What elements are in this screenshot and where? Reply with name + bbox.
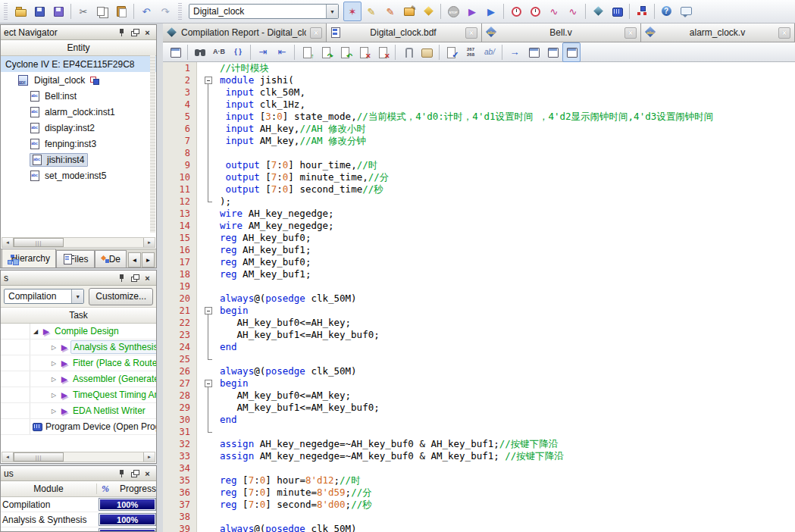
task-row-program-device-open-program[interactable]: Program Device (Open Program: [1, 419, 156, 435]
window-full-button[interactable]: [524, 42, 543, 62]
close-icon[interactable]: ×: [624, 27, 637, 39]
entity-row-bell-inst[interactable]: Bell:inst: [1, 88, 156, 104]
code-line[interactable]: 26always@(posedge clk_50M): [163, 365, 795, 377]
next-bookmark-button[interactable]: ↷: [317, 42, 335, 62]
task-row-timequest-timing-analysis[interactable]: ▷▶TimeQuest Timing Analysis: [1, 387, 156, 403]
system-messages-button[interactable]: [677, 2, 695, 21]
float-icon[interactable]: [129, 468, 140, 479]
start-compilation-button[interactable]: ▶: [463, 2, 481, 21]
matching-brace-button[interactable]: { }: [229, 42, 247, 62]
entity-horizontal-scrollbar[interactable]: ◄ ||| ►: [2, 237, 155, 248]
waveform-editor-button[interactable]: ∿: [545, 2, 563, 21]
code-line[interactable]: 29 AM_key_buf1<=AM_key_buf0;: [163, 402, 795, 414]
entity-row-set-mode-inst5[interactable]: set_mode:inst5: [1, 167, 156, 183]
code-line[interactable]: 37reg [7:0] second=8'd00;//秒: [163, 499, 795, 511]
code-line[interactable]: 10 output [7:0] minute_time,//分: [163, 171, 795, 183]
macro-scroll-button[interactable]: [418, 42, 436, 62]
code-line[interactable]: 16reg AH_key_buf1;: [163, 244, 795, 256]
project-combo[interactable]: Digital_clock ▼: [189, 4, 339, 19]
undo-button[interactable]: ↶: [137, 2, 155, 21]
scroll-right-icon[interactable]: ►: [143, 452, 155, 462]
task-row-fitter-place-route[interactable]: ▷▶Fitter (Place & Route): [1, 355, 156, 371]
tab-scroll-right-icon[interactable]: ►: [142, 252, 155, 268]
tab-alarm-clock-v[interactable]: alarm_clock.v×: [641, 23, 795, 42]
task-column-header[interactable]: Task: [1, 308, 156, 324]
navigator-tab-files[interactable]: Files: [56, 250, 95, 268]
code-line[interactable]: 24end: [163, 341, 795, 353]
code-line[interactable]: 4 input clk_1Hz,: [163, 99, 795, 111]
task-row-eda-netlist-writer[interactable]: ▷▶EDA Netlist Writer: [1, 403, 156, 419]
scroll-right-icon[interactable]: ►: [143, 238, 155, 247]
window-layout-button[interactable]: [562, 42, 581, 62]
code-line[interactable]: 21begin: [163, 305, 795, 317]
entity-row-jishi-inst4[interactable]: jishi:inst4: [1, 152, 156, 167]
code-line[interactable]: 13wire AH_key_negedge;: [163, 208, 795, 220]
pin-icon[interactable]: [116, 273, 127, 283]
compass-star-button[interactable]: ✶: [343, 2, 362, 21]
replace-button[interactable]: A·B: [210, 42, 228, 62]
code-line[interactable]: 35reg [7:0] hour=8'd12;//时: [163, 474, 795, 487]
project-navigator-titlebar[interactable]: ect Navigator ×: [1, 25, 156, 40]
outdent-button[interactable]: ⇤: [273, 42, 291, 62]
code-line[interactable]: 39always@(posedge clk_50M): [163, 523, 795, 532]
entity-column-header[interactable]: Entity: [1, 40, 156, 56]
scroll-left-icon[interactable]: ◄: [2, 452, 14, 462]
close-icon[interactable]: ×: [142, 468, 153, 479]
expand-arrow-icon[interactable]: ▷: [49, 408, 58, 415]
indent-button[interactable]: ⇥: [254, 42, 272, 62]
open-file-button[interactable]: [11, 2, 30, 21]
toggle-bookmark-button[interactable]: ↑: [298, 42, 316, 62]
panel-splitter[interactable]: [157, 23, 163, 532]
code-line[interactable]: 23 AH_key_buf1<=AH_key_buf0;: [163, 329, 795, 341]
entity-row-fenping-inst3[interactable]: fenping:inst3: [1, 136, 156, 152]
window-split-button[interactable]: [543, 42, 562, 62]
stop-processing-button[interactable]: [444, 2, 462, 21]
find-button[interactable]: [191, 42, 209, 62]
code-line[interactable]: 7 input AM_key,//AM 修改分钟: [163, 135, 795, 147]
float-icon[interactable]: [129, 273, 140, 283]
tab-bell-v[interactable]: Bell.v×: [482, 23, 641, 42]
code-line[interactable]: 31: [163, 426, 795, 438]
expand-arrow-icon[interactable]: ▷: [49, 376, 58, 383]
code-line[interactable]: 8: [163, 147, 795, 159]
status-table-header[interactable]: Module % Progress: [1, 481, 156, 497]
code-line[interactable]: 3 input clk_50M,: [163, 86, 795, 99]
code-line[interactable]: 34: [163, 462, 795, 474]
help-button[interactable]: [658, 2, 676, 21]
navigator-tab-hierarchy[interactable]: Hierarchy: [2, 249, 56, 268]
chip-planner-tree-button[interactable]: [633, 2, 651, 21]
entity-row-display-inst2[interactable]: display:inst2: [1, 120, 156, 136]
code-line[interactable]: 36reg [7:0] minute=8'd59;//分: [163, 487, 795, 499]
scroll-left-icon[interactable]: ◄: [2, 238, 14, 247]
entity-row-alarm-clock-inst1[interactable]: alarm_clock:inst1: [1, 104, 156, 120]
float-icon[interactable]: [129, 27, 140, 38]
stopwatch-button[interactable]: [526, 2, 544, 21]
navigator-tab-de[interactable]: De: [95, 250, 127, 268]
goto-arrow-button[interactable]: →: [505, 42, 524, 62]
assignment-editor-button[interactable]: [400, 2, 418, 21]
code-line[interactable]: 12);: [163, 196, 795, 208]
tab-compilation-report-digital-clock[interactable]: Compilation Report - Digital_clock×: [163, 23, 327, 42]
code-line[interactable]: 38: [163, 511, 795, 523]
toolbar-grip[interactable]: [4, 3, 8, 20]
code-line[interactable]: 9 output [7:0] hour_time,//时: [163, 159, 795, 171]
code-line[interactable]: 18reg AM_key_buf1;: [163, 268, 795, 280]
tasks-titlebar[interactable]: s ×: [1, 271, 156, 286]
scroll-thumb[interactable]: |||: [14, 238, 64, 247]
code-line[interactable]: 30end: [163, 414, 795, 426]
copy-button[interactable]: [93, 2, 111, 21]
code-line[interactable]: 5 input [3:0] state_mode,//当前模式，4'd0:计时，…: [163, 111, 795, 123]
programmer-chip-button[interactable]: [608, 2, 626, 21]
code-editor[interactable]: 1//计时模块2module jishi(3 input clk_50M,4 i…: [163, 62, 795, 532]
redo-button[interactable]: ↷: [156, 2, 174, 21]
attach-button[interactable]: [399, 42, 417, 62]
collapse-arrow-icon[interactable]: ◢: [31, 328, 40, 335]
expand-arrow-icon[interactable]: ▷: [49, 344, 58, 351]
clear-bookmark-button[interactable]: ✕: [355, 42, 373, 62]
code-line[interactable]: 11 output [7:0] second_time//秒: [163, 183, 795, 196]
flow-combo[interactable]: Compilation ▼: [4, 289, 84, 304]
task-row-compile-design[interactable]: ◢▶Compile Design: [1, 324, 156, 340]
status-titlebar[interactable]: us ×: [1, 466, 156, 481]
paste-button[interactable]: [112, 2, 130, 21]
close-icon[interactable]: ×: [465, 27, 477, 39]
